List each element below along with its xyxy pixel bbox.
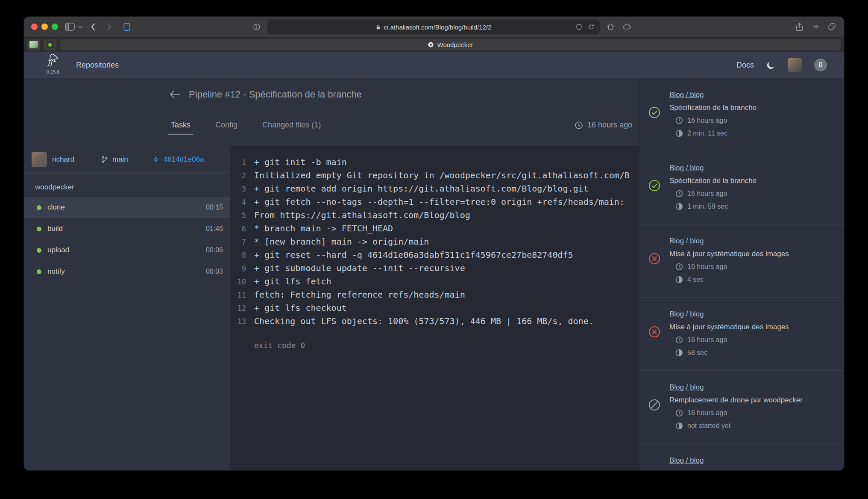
clock-icon xyxy=(675,190,683,198)
entry-duration: 4 sec xyxy=(675,273,836,286)
sidebar-toggle-icon[interactable] xyxy=(65,23,75,31)
console-line: 12+ git lfs checkout xyxy=(230,301,639,315)
step-status-dot xyxy=(37,227,41,231)
browser-tab-strip: Woodpecker xyxy=(24,37,844,52)
browser-window: ci.athaliasoft.com/Blog/blog/build/12/2 xyxy=(24,17,844,470)
home-icon[interactable] xyxy=(607,23,615,30)
repo-link[interactable]: Blog / blog xyxy=(669,162,704,174)
cloud-icon[interactable] xyxy=(623,24,632,30)
line-number: 1 xyxy=(237,156,246,169)
feed-entry[interactable]: Blog / blog xyxy=(639,444,844,470)
commit-link[interactable]: 4614d1e06a xyxy=(152,155,204,164)
console-lines: 1+ git init -b main2Initialized empty Gi… xyxy=(230,156,639,328)
console-line: 13Checking out LFS objects: 100% (573/57… xyxy=(230,315,639,328)
entry-time: 16 hours ago xyxy=(675,334,836,346)
tab-config[interactable]: Config xyxy=(213,119,240,131)
browser-toolbar: ci.athaliasoft.com/Blog/blog/build/12/2 xyxy=(24,17,844,37)
line-text: + git fetch --no-tags --depth=1 --filter… xyxy=(254,195,625,208)
duration-icon xyxy=(675,276,683,283)
back-icon[interactable] xyxy=(91,23,95,31)
step-name: notify xyxy=(47,267,65,276)
status-failure-icon xyxy=(648,253,660,265)
clock-icon xyxy=(675,336,683,344)
page-icon[interactable] xyxy=(123,22,131,32)
commit-meta-row: richard main xyxy=(24,146,230,173)
pinned-tab-1[interactable] xyxy=(27,39,40,50)
line-text: Checking out LFS objects: 100% (573/573)… xyxy=(254,315,594,328)
entry-duration: 58 sec xyxy=(675,346,836,359)
address-bar[interactable]: ci.athaliasoft.com/Blog/blog/build/12/2 xyxy=(267,20,600,34)
entry-time: 16 hours ago xyxy=(675,187,836,200)
step-upload[interactable]: upload00:06 xyxy=(24,239,230,261)
woodpecker-logo[interactable]: 0.15.8 xyxy=(41,53,65,74)
forward-icon[interactable] xyxy=(107,23,111,31)
new-tab-icon[interactable] xyxy=(812,23,820,30)
console-line: 8+ git reset --hard -q 4614d1e06a3dabf31… xyxy=(230,248,639,262)
feed-entry[interactable]: Blog / blogMise à jour systématique des … xyxy=(639,224,844,298)
branch-name: main xyxy=(112,155,128,164)
chevron-down-icon[interactable] xyxy=(78,26,82,28)
line-number: 2 xyxy=(237,169,246,182)
user-avatar[interactable] xyxy=(788,58,802,72)
repo-link[interactable]: Blog / blog xyxy=(669,381,704,394)
line-text: From https://git.athaliasoft.com/Blog/bl… xyxy=(254,209,470,221)
status-failure-icon xyxy=(648,326,660,338)
info-icon[interactable] xyxy=(253,23,261,31)
line-text: + git lfs fetch xyxy=(254,275,331,288)
exit-code-label: exit code 0 xyxy=(230,339,639,352)
repo-link[interactable]: Blog / blog xyxy=(669,454,704,467)
repo-link[interactable]: Blog / blog xyxy=(669,235,704,248)
tab-changed-files-1[interactable]: Changed files (1) xyxy=(260,119,323,131)
commit-message: Spécification de la branche xyxy=(669,174,836,187)
commit-message: Spécification de la branche xyxy=(669,101,836,114)
repo-link[interactable]: Blog / blog xyxy=(669,308,704,321)
entry-time: 16 hours ago xyxy=(675,407,836,419)
line-text: + git reset --hard -q 4614d1e06a3dabf311… xyxy=(254,248,573,261)
step-notify[interactable]: notify00:03 xyxy=(24,261,230,282)
pinned-tab-1-favicon xyxy=(29,41,38,48)
reload-icon[interactable] xyxy=(588,24,595,30)
nav-repositories[interactable]: Repositories xyxy=(76,52,119,78)
entry-time: 16 hours ago xyxy=(675,114,836,127)
clock-icon xyxy=(675,263,683,271)
console-line: 11fetch: Fetching reference refs/heads/m… xyxy=(230,288,639,301)
app-version: 0.15.8 xyxy=(41,69,65,74)
back-arrow-icon[interactable] xyxy=(169,90,181,100)
step-name: build xyxy=(47,224,63,233)
woodpecker-favicon xyxy=(428,41,434,48)
time-ago-label: 16 hours ago xyxy=(587,121,632,130)
step-duration: 00:03 xyxy=(206,268,223,275)
tab-tasks[interactable]: Tasks xyxy=(168,119,193,131)
feed-entry[interactable]: Blog / blogSpécification de la branche16… xyxy=(639,151,844,224)
close-window-button[interactable] xyxy=(31,24,38,30)
privacy-icon[interactable] xyxy=(576,24,582,31)
share-icon[interactable] xyxy=(795,22,803,32)
line-number: 11 xyxy=(237,289,246,301)
step-duration: 01:46 xyxy=(206,225,223,233)
zoom-window-button[interactable] xyxy=(52,24,58,30)
feed-entry[interactable]: Blog / blogMise à jour systématique des … xyxy=(639,298,844,371)
step-name: clone xyxy=(47,203,65,212)
step-clone[interactable]: clone00:15 xyxy=(24,197,230,218)
feed-entry[interactable]: Blog / blogSpécification de la branche16… xyxy=(639,78,844,151)
line-number: 5 xyxy=(237,209,246,222)
nav-docs[interactable]: Docs xyxy=(736,61,754,70)
step-status-dot xyxy=(37,205,41,210)
pipeline-tabs: TasksConfigChanged files (1) xyxy=(168,119,323,131)
build-console: 1+ git init -b main2Initialized empty Gi… xyxy=(230,146,639,470)
author-name: richard xyxy=(52,155,74,164)
minimize-window-button[interactable] xyxy=(41,24,48,30)
step-build[interactable]: build01:46 xyxy=(24,218,230,239)
feed-entry[interactable]: Blog / blogRemplacement de drone par woo… xyxy=(639,371,844,444)
clock-icon xyxy=(675,409,683,417)
moon-icon[interactable] xyxy=(766,60,776,70)
step-status-dot xyxy=(37,269,41,274)
pinned-tab-2[interactable] xyxy=(44,39,56,50)
branch-link[interactable]: main xyxy=(101,155,128,164)
line-number: 4 xyxy=(237,196,246,209)
active-browser-tab[interactable]: Woodpecker xyxy=(60,39,841,50)
repo-link[interactable]: Blog / blog xyxy=(669,89,704,101)
step-duration: 00:06 xyxy=(206,246,223,254)
entry-duration: 2 min, 11 sec xyxy=(675,127,836,140)
tab-overview-icon[interactable] xyxy=(828,23,836,31)
